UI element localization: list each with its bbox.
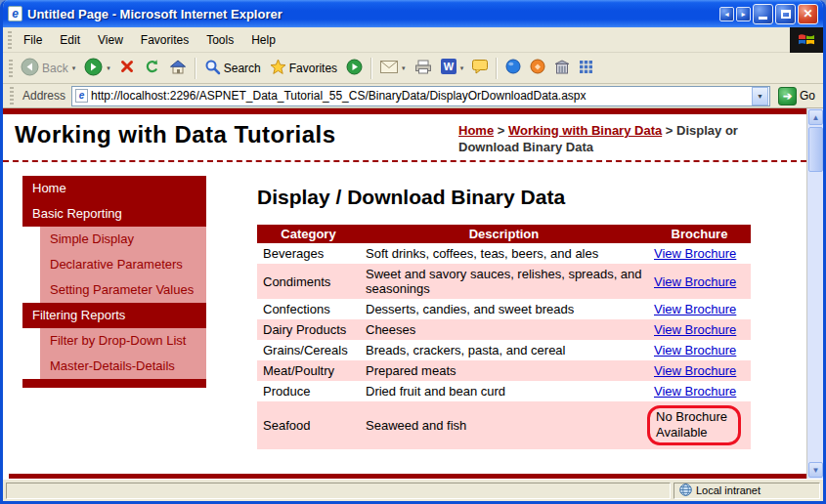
go-button[interactable]: ➔ Go: [774, 86, 819, 106]
go-label: Go: [800, 89, 815, 103]
address-input[interactable]: [91, 88, 749, 104]
address-input-box: e ▼: [71, 86, 770, 106]
address-dropdown-button[interactable]: ▼: [752, 87, 768, 105]
view-brochure-link[interactable]: View Brochure: [654, 246, 736, 261]
menu-item-help[interactable]: Help: [242, 29, 284, 51]
page-title: Display / Download Binary Data: [257, 186, 806, 209]
sidebar-item-filter-by-drop-down-list[interactable]: Filter by Drop-Down List: [40, 328, 206, 354]
refresh-button[interactable]: [140, 56, 164, 81]
stop-icon: [119, 59, 135, 77]
title-nav-right-button[interactable]: ▸: [736, 7, 751, 21]
maximize-button[interactable]: [775, 4, 796, 24]
scroll-up-button[interactable]: ▲: [808, 109, 823, 125]
scrollbar-thumb[interactable]: [808, 127, 823, 172]
category-cell: Dairy Products: [257, 319, 360, 340]
description-cell: Sweet and savory sauces, relishes, sprea…: [360, 264, 648, 299]
messenger-icon: [505, 59, 521, 77]
column-header-brochure: Brochure: [648, 225, 751, 243]
print-button[interactable]: [411, 57, 436, 80]
title-nav-left-button[interactable]: ◂: [719, 7, 734, 21]
menu-item-tools[interactable]: Tools: [197, 29, 242, 51]
breadcrumb-section-link[interactable]: Working with Binary Data: [508, 123, 662, 138]
research-icon: [530, 59, 545, 77]
search-icon: [204, 59, 221, 78]
main-content: Display / Download Binary Data CategoryD…: [206, 176, 806, 449]
forward-icon: [84, 58, 103, 79]
toolbar-separator: [370, 58, 372, 79]
address-label: Address: [21, 89, 67, 103]
table-row: Dairy ProductsCheesesView Brochure: [257, 319, 751, 340]
discuss-button[interactable]: [468, 57, 492, 80]
view-brochure-link[interactable]: View Brochure: [654, 343, 736, 357]
sidebar-item-basic-reporting[interactable]: Basic Reporting: [22, 201, 206, 227]
mail-icon: [380, 61, 398, 76]
research-button[interactable]: [526, 56, 549, 80]
search-button[interactable]: Search: [200, 56, 265, 81]
breadcrumb-home-link[interactable]: Home: [458, 123, 494, 138]
scroll-down-button[interactable]: ▼: [808, 462, 823, 478]
sidebar-menu: HomeBasic ReportingSimple DisplayDeclara…: [22, 176, 206, 449]
view-brochure-link[interactable]: View Brochure: [654, 274, 736, 289]
mail-button[interactable]: ▾: [376, 58, 410, 79]
brochure-cell: View Brochure: [648, 243, 751, 264]
sidebar-item-declarative-parameters[interactable]: Declarative Parameters: [40, 252, 206, 277]
sidebar-item-filtering-reports[interactable]: Filtering Reports: [22, 303, 206, 328]
windows-logo-icon: [790, 27, 823, 53]
menu-item-edit[interactable]: Edit: [51, 29, 89, 51]
web-page: Working with Data Tutorials Home > Worki…: [3, 108, 806, 479]
edit-with-word-button[interactable]: W ▾: [437, 56, 468, 80]
categories-table: CategoryDescriptionBrochure BeveragesSof…: [257, 225, 751, 449]
menu-item-file[interactable]: File: [15, 29, 51, 51]
view-brochure-link[interactable]: View Brochure: [654, 363, 736, 378]
column-header-description: Description: [360, 225, 648, 243]
search-label: Search: [224, 62, 261, 75]
vertical-scrollbar[interactable]: ▲ ▼: [806, 108, 823, 479]
favorites-button[interactable]: Favorites: [266, 56, 341, 81]
home-button[interactable]: [165, 56, 191, 80]
page-bottom-rule: [9, 474, 806, 479]
brochure-cell: View Brochure: [648, 381, 751, 401]
description-cell: Breads, crackers, pasta, and cereal: [360, 340, 648, 360]
view-brochure-link[interactable]: View Brochure: [654, 302, 736, 316]
sidebar-item-master-details-details[interactable]: Master-Details-Details: [40, 354, 206, 379]
toolbar-separator: [496, 58, 498, 79]
page-body: HomeBasic ReportingSimple DisplayDeclara…: [3, 162, 806, 449]
brochure-cell: View Brochure: [648, 360, 751, 381]
standard-toolbar: Back ▾ ▾: [3, 53, 823, 84]
table-row: ConfectionsDesserts, candies, and sweet …: [257, 299, 751, 319]
view-brochure-link[interactable]: View Brochure: [654, 322, 736, 337]
category-cell: Confections: [257, 299, 360, 319]
toolbar-grip[interactable]: [9, 60, 13, 77]
sidebar-item-partial[interactable]: [22, 379, 206, 388]
sidebar-item-simple-display[interactable]: Simple Display: [40, 227, 206, 252]
description-cell: Desserts, candies, and sweet breads: [360, 299, 648, 319]
menu-item-view[interactable]: View: [89, 29, 132, 51]
brochure-cell: View Brochure: [648, 264, 751, 299]
media-button[interactable]: [342, 56, 367, 81]
home-icon: [169, 59, 187, 77]
menu-grip[interactable]: [8, 31, 12, 49]
view-brochure-link[interactable]: View Brochure: [654, 384, 736, 399]
stop-button[interactable]: [115, 56, 139, 80]
security-zone-label: Local intranet: [696, 484, 761, 496]
back-icon: [21, 58, 39, 79]
sidebar-item-setting-parameter-values[interactable]: Setting Parameter Values: [40, 277, 206, 303]
sharepoint-button[interactable]: [550, 57, 574, 80]
minimize-button[interactable]: [753, 4, 773, 24]
forward-button[interactable]: ▾: [80, 55, 114, 82]
brochure-cell: View Brochure: [648, 319, 751, 340]
sidebar-item-home[interactable]: Home: [22, 176, 206, 201]
back-button[interactable]: Back ▾: [17, 55, 79, 82]
menu-item-favorites[interactable]: Favorites: [132, 29, 197, 51]
address-grip[interactable]: [10, 87, 14, 105]
favorites-label: Favorites: [289, 62, 337, 75]
close-button[interactable]: ✕: [798, 4, 818, 24]
intranet-globe-icon: [679, 483, 692, 498]
table-row: ProduceDried fruit and bean curdView Bro…: [257, 381, 751, 401]
forward-dropdown-icon: ▾: [107, 64, 110, 72]
brochure-cell: View Brochure: [648, 299, 751, 319]
table-row: CondimentsSweet and savory sauces, relis…: [257, 264, 751, 299]
grid-view-button[interactable]: [575, 57, 597, 80]
messenger-button[interactable]: [501, 56, 525, 80]
no-brochure-text: No Brochure Available: [656, 409, 727, 440]
